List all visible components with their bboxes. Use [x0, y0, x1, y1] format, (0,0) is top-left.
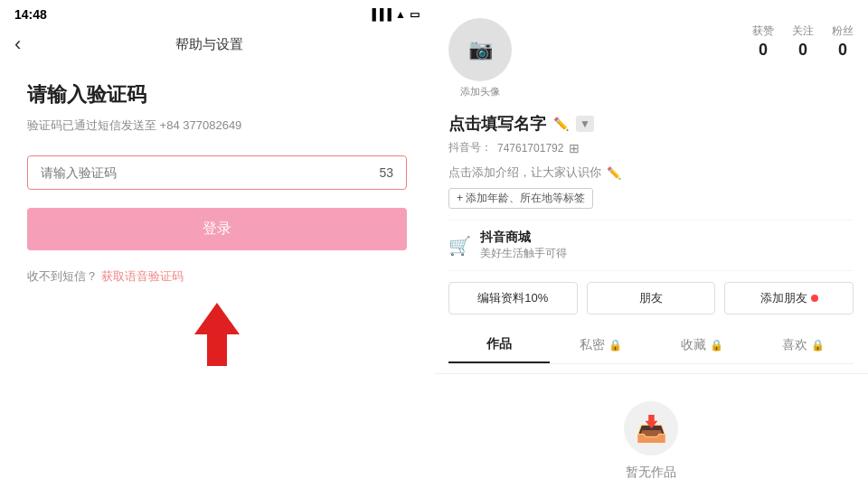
tab-private[interactable]: 私密 🔒	[550, 327, 651, 363]
arrow-indicator	[27, 303, 407, 366]
camera-icon: 📷	[468, 38, 493, 61]
stat-followers-label: 粉丝	[832, 23, 854, 39]
stat-followers-value: 0	[832, 41, 854, 60]
profile-header: 📷 添加头像 获赞 0 关注 0 粉丝 0 点击填写名字	[434, 0, 868, 374]
nav-title: 帮助与设置	[175, 36, 243, 53]
edit-bio-icon[interactable]: ✏️	[607, 166, 621, 180]
shop-desc: 美好生活触手可得	[480, 246, 567, 261]
tab-works[interactable]: 作品	[448, 327, 550, 363]
tab-collect[interactable]: 收藏 🔒	[651, 327, 752, 363]
lock-private-icon: 🔒	[609, 339, 622, 352]
action-buttons: 编辑资料10% 朋友 添加朋友	[448, 282, 854, 314]
lock-collect-icon: 🔒	[710, 339, 723, 352]
avatar-container: 📷 添加头像	[448, 18, 512, 99]
stat-following-label: 关注	[792, 23, 814, 39]
tab-private-label: 私密	[580, 337, 605, 353]
wifi-icon: ▲	[395, 8, 406, 21]
edit-name-icon[interactable]: ✏️	[553, 117, 569, 131]
tab-like-label: 喜欢	[782, 337, 807, 353]
battery-icon: ▭	[410, 8, 420, 21]
avatar-label: 添加头像	[460, 85, 500, 99]
notification-dot	[811, 295, 818, 302]
stat-followers: 粉丝 0	[832, 23, 854, 60]
qr-icon[interactable]: ⊞	[569, 141, 580, 155]
douyin-id-value: 74761701792	[497, 142, 563, 155]
stat-following-value: 0	[792, 41, 814, 60]
signal-icon: ▐▐▐	[369, 8, 392, 21]
friends-button[interactable]: 朋友	[587, 282, 716, 314]
nav-bar: ‹ 帮助与设置	[0, 25, 434, 63]
shop-info: 抖音商城 美好生活触手可得	[480, 230, 567, 261]
douyin-id-label: 抖音号：	[448, 140, 492, 155]
tab-like[interactable]: 喜欢 🔒	[752, 327, 854, 363]
stat-likes-value: 0	[752, 41, 774, 60]
tabs-row: 作品 私密 🔒 收藏 🔒 喜欢 🔒	[448, 327, 854, 364]
profile-top: 📷 添加头像 获赞 0 关注 0 粉丝 0	[448, 18, 854, 99]
bio-text: 点击添加介绍，让大家认识你 ✏️	[448, 164, 854, 181]
inbox-icon: 📥	[636, 414, 667, 444]
cart-icon: 🛒	[448, 235, 471, 257]
code-input[interactable]	[41, 165, 379, 180]
profile-name-row: 点击填写名字 ✏️ ▼	[448, 113, 854, 135]
back-button[interactable]: ‹	[14, 33, 21, 56]
avatar[interactable]: 📷	[448, 18, 512, 81]
status-bar: 14:48 ▐▐▐ ▲ ▭	[0, 0, 434, 25]
stat-likes: 获赞 0	[752, 23, 774, 60]
profile-stats: 获赞 0 关注 0 粉丝 0	[526, 18, 854, 60]
code-input-wrapper: 53	[27, 155, 407, 190]
right-panel: 📷 添加头像 获赞 0 关注 0 粉丝 0 点击填写名字	[434, 0, 868, 488]
tab-works-label: 作品	[486, 336, 512, 352]
status-icons: ▐▐▐ ▲ ▭	[369, 8, 420, 21]
up-arrow-icon	[194, 303, 240, 366]
stat-following: 关注 0	[792, 23, 814, 60]
add-tags-button[interactable]: + 添加年龄、所在地等标签	[448, 188, 593, 209]
verify-subtitle: 验证码已通过短信发送至 +84 377082649	[27, 117, 407, 134]
profile-name[interactable]: 点击填写名字	[448, 113, 546, 135]
tab-collect-label: 收藏	[681, 337, 706, 353]
voice-code-link[interactable]: 获取语音验证码	[101, 269, 184, 283]
add-friend-label: 添加朋友	[760, 290, 807, 306]
douyin-id-row: 抖音号： 74761701792 ⊞	[448, 140, 854, 155]
edit-profile-button[interactable]: 编辑资料10%	[448, 282, 578, 314]
sms-help-text: 收不到短信？	[27, 269, 98, 283]
shop-name: 抖音商城	[480, 230, 567, 246]
empty-works: 📥 暂无作品	[434, 374, 868, 488]
svg-marker-0	[194, 303, 240, 366]
verify-title: 请输入验证码	[27, 81, 407, 108]
time-label: 14:48	[14, 7, 47, 22]
bio-content: 点击添加介绍，让大家认识你	[448, 164, 601, 181]
lock-like-icon: 🔒	[811, 339, 825, 352]
tags-row: + 添加年龄、所在地等标签	[448, 188, 854, 209]
empty-icon: 📥	[624, 401, 678, 455]
sms-help-row: 收不到短信？ 获取语音验证码	[27, 268, 407, 285]
input-count: 53	[379, 165, 393, 180]
stat-likes-label: 获赞	[752, 23, 774, 39]
left-panel: 14:48 ▐▐▐ ▲ ▭ ‹ 帮助与设置 请输入验证码 验证码已通过短信发送至…	[0, 0, 434, 488]
empty-text: 暂无作品	[626, 465, 676, 481]
shop-row: 🛒 抖音商城 美好生活触手可得	[448, 220, 854, 271]
verify-content: 请输入验证码 验证码已通过短信发送至 +84 377082649 53 登录 收…	[0, 63, 434, 488]
login-button[interactable]: 登录	[27, 208, 407, 250]
add-friend-button[interactable]: 添加朋友	[724, 282, 854, 314]
dropdown-icon[interactable]: ▼	[576, 116, 594, 132]
